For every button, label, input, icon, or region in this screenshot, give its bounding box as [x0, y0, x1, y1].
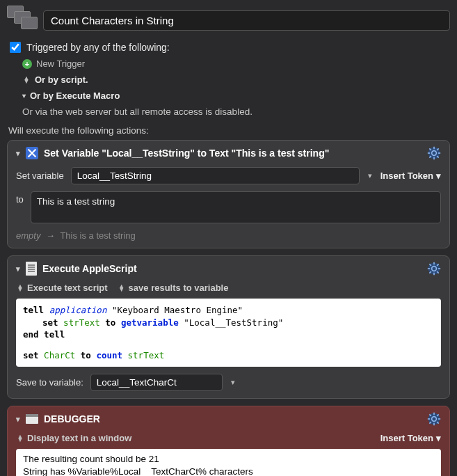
text-value-input[interactable]: This is a test string [31, 191, 441, 223]
chevron-down-icon: ▾ [436, 170, 441, 181]
variable-x-icon [26, 147, 38, 159]
macro-icon [7, 6, 36, 35]
macro-title-input[interactable] [43, 10, 450, 31]
gear-icon[interactable] [427, 146, 441, 160]
updown-icon: ▲▼ [118, 285, 126, 292]
insert-token-button[interactable]: Insert Token ▾ [380, 170, 441, 181]
set-variable-label: Set variable [16, 170, 64, 181]
or-by-execute-macro-button[interactable]: ▾ Or by Execute Macro [22, 90, 450, 101]
new-trigger-label: New Trigger [36, 58, 85, 69]
action-debugger: ▾ DEBUGGER ▲▼ Display text in a window I… [7, 406, 450, 476]
or-by-script-button[interactable]: ▲▼ Or by script. [22, 74, 450, 85]
or-script-label: Or by script. [35, 74, 88, 85]
action-title: Execute AppleScript [42, 263, 137, 274]
web-server-note: Or via the web server but all remote acc… [22, 106, 450, 117]
updown-icon: ▲▼ [22, 77, 31, 84]
action-title: Set Variable "Local__TestString" to Text… [44, 148, 329, 159]
disclosure-toggle[interactable]: ▾ [16, 264, 20, 273]
preview-result: This is a test string [60, 230, 135, 241]
debug-text-input[interactable]: The resulting count should be 21 String … [16, 449, 441, 476]
window-icon [26, 414, 38, 424]
document-icon [26, 262, 37, 276]
disclosure-toggle[interactable]: ▾ [16, 149, 20, 158]
execute-text-script-select[interactable]: ▲▼ Execute text script [16, 283, 108, 293]
save-to-variable-label: Save to variable: [16, 377, 83, 388]
new-trigger-button[interactable]: + New Trigger [22, 58, 450, 69]
variable-select-chevron[interactable]: ▾ [367, 171, 374, 180]
action-title: DEBUGGER [44, 413, 100, 425]
or-execute-macro-label: Or by Execute Macro [30, 90, 120, 101]
chevron-down-icon: ▾ [22, 92, 26, 100]
updown-icon: ▲▼ [16, 435, 24, 442]
actions-section-label: Will execute the following actions: [8, 125, 450, 136]
save-results-select[interactable]: ▲▼ save results to variable [118, 283, 229, 293]
save-variable-input[interactable] [90, 374, 223, 391]
preview-empty: empty [16, 230, 40, 241]
action-execute-applescript: ▾ Execute AppleScript ▲▼ Execute text sc… [7, 255, 450, 399]
gear-icon[interactable] [427, 412, 441, 426]
script-editor[interactable]: tell application "Keyboard Maestro Engin… [16, 299, 441, 367]
trigger-enabled-checkbox[interactable] [10, 42, 21, 53]
display-text-select[interactable]: ▲▼ Display text in a window [16, 433, 131, 443]
preview-row: empty → This is a test string [16, 230, 441, 241]
to-label: to [16, 191, 24, 205]
variable-name-input[interactable] [71, 167, 360, 184]
chevron-down-icon: ▾ [436, 433, 441, 443]
insert-token-button[interactable]: Insert Token ▾ [380, 433, 441, 443]
plus-icon: + [22, 59, 32, 69]
variable-select-chevron[interactable]: ▾ [230, 378, 236, 387]
updown-icon: ▲▼ [16, 285, 24, 292]
trigger-checkbox-row: Triggered by any of the following: [10, 42, 450, 53]
trigger-label: Triggered by any of the following: [26, 42, 170, 53]
arrow-icon: → [46, 230, 55, 241]
gear-icon[interactable] [427, 262, 441, 276]
action-set-variable: ▾ Set Variable "Local__TestString" to Te… [7, 140, 450, 248]
disclosure-toggle[interactable]: ▾ [16, 415, 20, 424]
